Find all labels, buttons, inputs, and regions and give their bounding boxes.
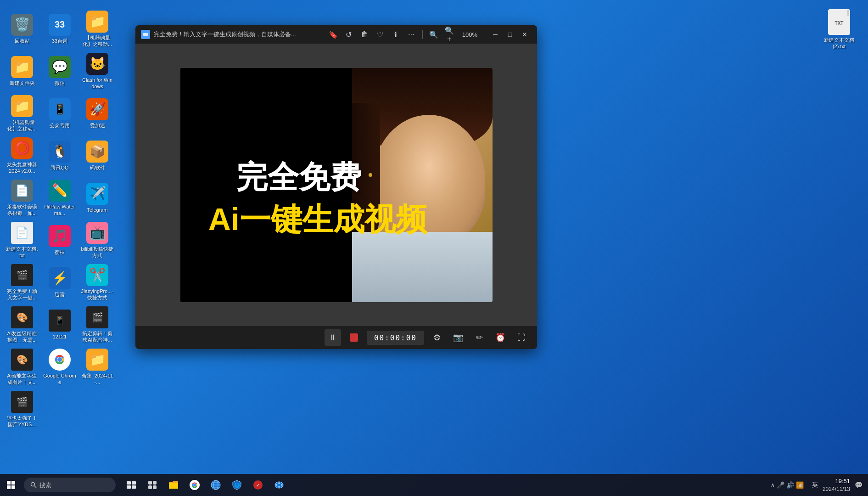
taskbar-sys-icons: ∧ 🎤 🔊 📶 (771, 481, 804, 489)
media-text-yellow: Ai一键生成视频 (208, 199, 427, 241)
desktop-icon-recycle-bin[interactable]: 🗑️ 回收站 (4, 8, 40, 50)
toolbar-bookmark-btn[interactable]: 🔖 (327, 28, 340, 41)
icon-label-bilibili: bilibili投稿快捷方式 (81, 246, 114, 259)
camera-btn[interactable]: 📷 (450, 329, 466, 346)
fullscreen-btn[interactable]: ⛶ (513, 329, 530, 346)
icon-label-clash: Clash for Windows (81, 77, 114, 90)
svg-point-23 (193, 484, 196, 486)
window-app-icon (141, 30, 150, 39)
taskbar-task-view[interactable] (121, 475, 141, 495)
toolbar-zoom-in-btn[interactable]: 🔍+ (443, 28, 456, 41)
desktop-icon-lizhi[interactable]: 🎵 荔枝 (41, 220, 78, 261)
window-zoom-level: 100% (459, 31, 481, 38)
icon-label-free-video: 完全免费！输入文字一键... (6, 288, 39, 301)
svg-rect-16 (148, 481, 152, 485)
taskbar-antivirus[interactable]: ✓ (248, 475, 268, 495)
desktop-icon-telegram[interactable]: ✈️ Telegram (79, 177, 116, 219)
desktop-icon-ai-text-img[interactable]: 🎨 Ai智能文字生成图片！文... (4, 346, 40, 388)
desktop-icon-clash[interactable]: 🐱 Clash for Windows (79, 51, 116, 92)
toolbar-more-btn[interactable]: ··· (405, 28, 418, 41)
icon-label-telegram: Telegram (87, 207, 107, 213)
icon-label-ai-hair: Ai发丝级精准抠图，无需... (6, 330, 39, 344)
desktop-icon-new-folder[interactable]: 📁 新建文件夹 (4, 51, 40, 92)
svg-text:✓: ✓ (256, 483, 260, 488)
desktop-icon-free-video[interactable]: 🎬 完全免费！输入文字一键... (4, 262, 40, 303)
icon-label-edit-video: 搞定剪辑！剪映AI配音神... (81, 330, 114, 344)
toolbar-info-btn[interactable]: ℹ (389, 28, 402, 41)
desktop-icon-code[interactable]: 📦 码软件 (79, 135, 116, 176)
taskbar-internet[interactable] (206, 475, 226, 495)
window-close-btn[interactable]: ✕ (518, 28, 532, 41)
icon-label-code: 码软件 (90, 164, 105, 171)
taskbar-datetime[interactable]: 19:51 2024/11/13 (823, 477, 850, 493)
desktop-icon-33poem[interactable]: 33 33台词 (41, 8, 78, 50)
desktop-icon-collection[interactable]: 📁 合集_2024-11-... (79, 346, 116, 388)
desktop-icon-new-text-file[interactable]: 📄 新建文本文档.txt (4, 220, 40, 261)
window-content: 完全免费 Ai一键生成视频 (135, 44, 537, 326)
toolbar-delete-btn[interactable]: 🗑 (358, 28, 371, 41)
desktop-icon-aijia[interactable]: 🚀 爱加速 (79, 93, 116, 134)
window-title: 完全免费！输入文字一键生成原创视频，自媒体必备... (154, 30, 323, 39)
timer-btn[interactable]: ⏰ (492, 329, 509, 346)
svg-point-33 (275, 484, 277, 486)
icon-label-collection: 合集_2024-11-... (81, 372, 114, 386)
taskbar-network[interactable] (269, 475, 289, 495)
icon-label-too-big: 这也太强了！国产YYDS... (6, 415, 39, 428)
toolbar-heart-btn[interactable]: ♡ (374, 28, 386, 41)
desktop-icon-machine-folder2[interactable]: 📁 【机器购量化】之移动... (4, 93, 40, 134)
svg-rect-12 (127, 481, 131, 485)
taskbar-volume-icon[interactable]: 🔊 (786, 481, 794, 489)
taskbar-notification-icon[interactable]: 💬 (855, 481, 862, 489)
icon-label-machine-folder2: 【机器购量化】之移动... (6, 119, 39, 132)
desktop-icon-too-big[interactable]: 🎬 这也太强了！国产YYDS... (4, 389, 40, 430)
edit-btn[interactable]: ✏ (471, 329, 487, 346)
taskbar-arrow-icon[interactable]: ∧ (771, 482, 775, 488)
toolbar-rotate-btn[interactable]: ↺ (342, 28, 355, 41)
desktop-icon-antivirus[interactable]: 📄 杀毒软件会误杀报毒，如... (4, 177, 40, 219)
svg-rect-8 (7, 485, 11, 489)
desktop-icon-wechat[interactable]: 💬 微信 (41, 51, 78, 92)
svg-point-36 (278, 486, 280, 488)
icon-label-lizhi: 荔枝 (55, 249, 65, 255)
desktop-icon-bilibili[interactable]: 📺 bilibili投稿快捷方式 (79, 220, 116, 261)
desktop-icon-qq[interactable]: 🐧 腾讯QQ (41, 135, 78, 176)
taskbar-right: ∧ 🎤 🔊 📶 英 19:51 2024/11/13 💬 (771, 477, 868, 493)
desktop-icon-ai-hair[interactable]: 🎨 Ai发丝级精准抠图，无需... (4, 304, 40, 345)
desktop-icon-gongzhonghao[interactable]: 📱 公众号用 (41, 93, 78, 134)
desktop-icon-xunlei[interactable]: ⚡ 迅雷 (41, 262, 78, 303)
icon-label-new-folder: 新建文件夹 (10, 80, 35, 86)
desktop-icon-machine-folder[interactable]: 📁 【机器购量化】之移动... (79, 8, 116, 50)
icon-label-longtou: 龙头复盘神器 2024 v2.0... (6, 161, 39, 175)
icon-label-machine-folder: 【机器购量化】之移动... (81, 34, 114, 48)
taskbar-network-icon[interactable]: 📶 (796, 481, 804, 489)
taskbar-chrome[interactable] (185, 475, 205, 495)
stop-recording-btn[interactable] (346, 329, 362, 346)
taskbar-search-box[interactable] (24, 478, 116, 492)
svg-rect-14 (127, 485, 131, 489)
media-display: 完全免费 Ai一键生成视频 (180, 68, 493, 302)
taskbar-mic-icon[interactable]: 🎤 (777, 481, 784, 489)
taskbar-widgets[interactable] (142, 475, 162, 495)
desktop-icon-longtou[interactable]: ⭕ 龙头复盘神器 2024 v2.0... (4, 135, 40, 176)
taskbar: 🌐 ✓ (0, 474, 868, 496)
desktop-icon-jianying[interactable]: ✂️ JianyingPro...- 快捷方式 (79, 262, 116, 303)
window-minimize-btn[interactable]: ─ (488, 28, 502, 41)
desktop-icon-edit-video[interactable]: 🎬 搞定剪辑！剪映AI配音神... (79, 304, 116, 345)
window-maximize-btn[interactable]: □ (503, 28, 517, 41)
desktop-icon-12121[interactable]: 📱 12121 (41, 304, 78, 345)
start-button[interactable] (0, 474, 22, 496)
taskbar-file-explorer[interactable] (163, 475, 184, 495)
settings-btn[interactable]: ⚙ (429, 329, 445, 346)
toolbar-zoom-out-btn[interactable]: 🔍 (427, 28, 440, 41)
window-bottombar: ⏸ 00:00:00 ⚙ 📷 ✏ ⏰ ⛶ (135, 326, 537, 349)
desktop-icon-right-new-text[interactable]: TXT 新建文本文档(2).txt (824, 9, 854, 49)
desktop-icon-hitpaw[interactable]: ✏️ HitPaw Waterma... (41, 177, 78, 219)
portrait-area (352, 68, 493, 302)
taskbar-shield[interactable]: 🌐 (227, 475, 247, 495)
taskbar-date-display: 2024/11/13 (823, 485, 850, 493)
pause-recording-btn[interactable]: ⏸ (325, 329, 341, 346)
svg-point-35 (281, 484, 283, 486)
svg-rect-17 (153, 481, 157, 485)
desktop-icon-chrome[interactable]: Google Chrome (41, 346, 78, 388)
search-input[interactable] (39, 482, 104, 489)
